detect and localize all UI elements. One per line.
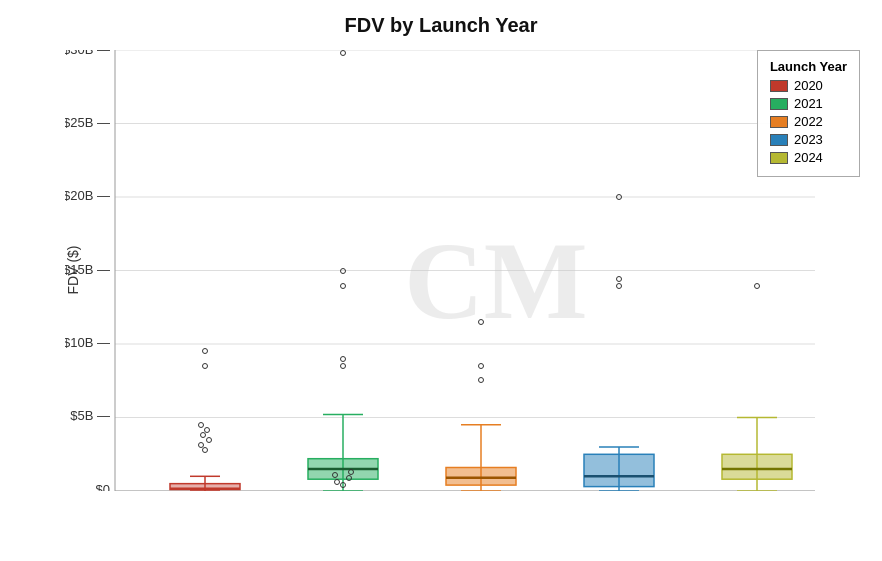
legend-label-2020: 2020 [794,78,823,93]
svg-point-52 [341,357,346,362]
svg-point-51 [341,364,346,369]
legend-item-2023: 2023 [770,132,847,147]
legend-item-2022: 2022 [770,114,847,129]
svg-rect-59 [446,468,516,486]
svg-point-63 [479,320,484,325]
svg-point-37 [205,428,210,433]
svg-text:$25B —: $25B — [65,115,110,130]
svg-point-46 [335,480,340,485]
svg-rect-75 [722,454,792,479]
legend-label-2021: 2021 [794,96,823,111]
svg-text:$0: $0 [96,482,110,491]
svg-point-35 [207,438,212,443]
legend-label-2022: 2022 [794,114,823,129]
svg-point-61 [479,378,484,383]
svg-point-38 [199,423,204,428]
svg-point-40 [203,349,208,354]
svg-text:$10B —: $10B — [65,335,110,350]
svg-point-77 [755,284,760,289]
chart-title: FDV by Launch Year [0,0,882,37]
chart-svg: $0 $5B — $10B — $15B — $20B — $25B — $30… [65,50,862,491]
legend-title: Launch Year [770,59,847,74]
svg-point-62 [479,364,484,369]
legend-item-2024: 2024 [770,150,847,165]
legend-swatch-2021 [770,98,788,110]
svg-rect-67 [584,454,654,486]
svg-text:$5B —: $5B — [70,408,110,423]
legend-swatch-2020 [770,80,788,92]
svg-point-70 [617,284,622,289]
legend-swatch-2024 [770,152,788,164]
svg-point-39 [203,364,208,369]
svg-text:$20B —: $20B — [65,188,110,203]
svg-point-36 [201,433,206,438]
svg-text:FDV ($): FDV ($) [65,246,81,295]
legend-item-2020: 2020 [770,78,847,93]
legend-box: Launch Year 2020 2021 2022 2023 2024 [757,50,860,177]
svg-text:$30B —: $30B — [65,50,110,57]
chart-container: FDV by Launch Year CM $0 $5B — $10B — $1… [0,0,882,561]
chart-area: $0 $5B — $10B — $15B — $20B — $25B — $30… [65,50,862,491]
legend-swatch-2023 [770,134,788,146]
legend-label-2023: 2023 [794,132,823,147]
svg-point-53 [341,284,346,289]
legend-swatch-2022 [770,116,788,128]
legend-label-2024: 2024 [794,150,823,165]
legend-item-2021: 2021 [770,96,847,111]
svg-point-33 [203,448,208,453]
svg-point-69 [617,277,622,282]
svg-point-55 [341,51,346,56]
svg-point-34 [199,443,204,448]
